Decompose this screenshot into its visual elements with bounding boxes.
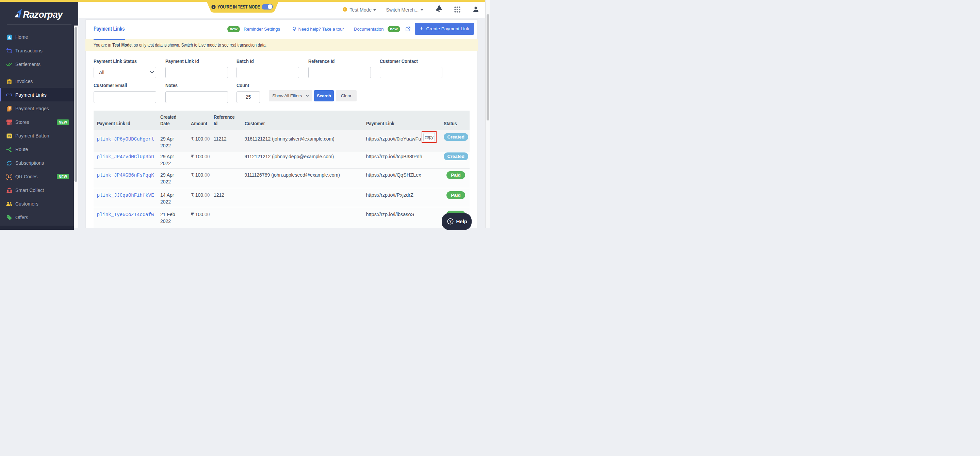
svg-text:Pa: Pa [8,134,11,137]
svg-text:?: ? [449,219,452,223]
svg-text:Razorpay: Razorpay [23,9,64,20]
